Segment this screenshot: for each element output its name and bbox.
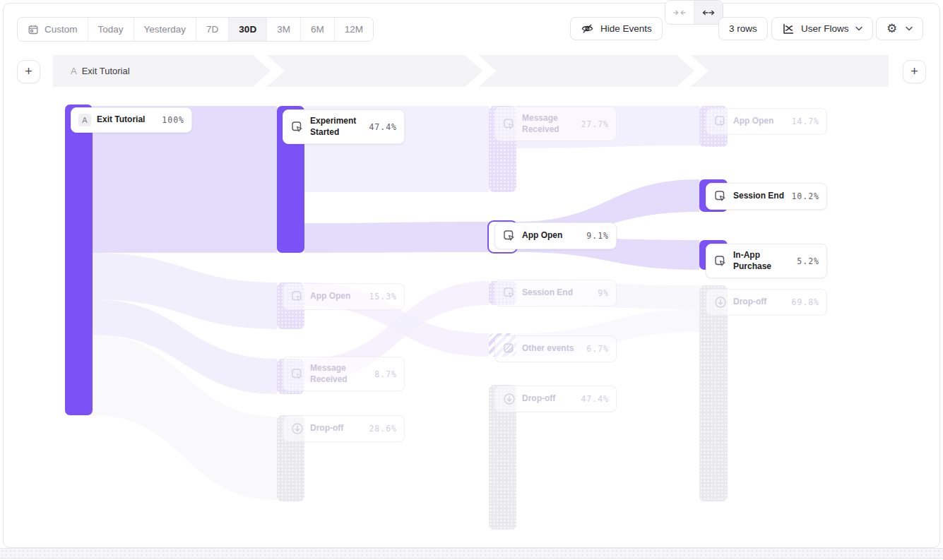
event-icon	[713, 114, 728, 129]
event-card-in-app-purchase-4[interactable]: In-App Purchase 5.2%	[706, 244, 827, 278]
flow-bar-exit-tutorial[interactable]	[65, 105, 93, 415]
event-label: Drop-off	[522, 393, 575, 405]
flow-bar-dropoff-4[interactable]	[699, 285, 728, 501]
view-selector-button[interactable]: User Flows	[771, 17, 873, 40]
chevron-down-icon	[855, 26, 862, 31]
event-percent: 69.8%	[791, 297, 819, 307]
event-card-message-received-2[interactable]: Message Received 8.7%	[283, 357, 405, 391]
eye-off-icon	[581, 22, 594, 35]
range-today[interactable]: Today	[88, 18, 134, 41]
rows-label: 3 rows	[729, 23, 757, 34]
event-percent: 6.7%	[586, 344, 609, 354]
range-label: 12M	[345, 24, 363, 35]
event-label: App Open	[310, 291, 363, 302]
event-label: Drop-off	[733, 297, 785, 308]
event-icon	[290, 367, 304, 381]
event-icon	[502, 229, 516, 243]
toolbar: Custom Today Yesterday 7D 30D 3M 6M 12M …	[0, 0, 943, 45]
range-custom[interactable]: Custom	[18, 18, 88, 41]
range-label: 6M	[311, 24, 324, 35]
other-events-icon	[502, 342, 516, 356]
arrows-inward-icon	[673, 8, 686, 17]
event-card-experiment-started[interactable]: Experiment Started 47.4%	[283, 109, 405, 144]
dropoff-icon	[290, 422, 304, 436]
event-card-session-end-4[interactable]: Session End 10.2%	[706, 183, 827, 210]
plus-icon: +	[25, 64, 32, 79]
gear-icon: ⚙	[886, 23, 897, 35]
collapse-columns-button[interactable]	[665, 1, 694, 24]
event-label: Drop-off	[310, 423, 363, 434]
user-flows-page: Custom Today Yesterday 7D 30D 3M 6M 12M …	[0, 0, 943, 560]
event-label: Message Received	[310, 363, 369, 385]
dropoff-card-4[interactable]: Drop-off 69.8%	[706, 289, 827, 316]
event-icon	[713, 189, 728, 203]
event-card-exit-tutorial[interactable]: A Exit Tutorial 100%	[71, 107, 192, 133]
event-icon	[290, 290, 304, 304]
event-label: Experiment Started	[310, 116, 363, 138]
event-card-app-open-2[interactable]: App Open 15.3%	[283, 283, 405, 310]
event-card-other-events-3[interactable]: Other events 6.7%	[494, 335, 617, 362]
view-selector-label: User Flows	[801, 23, 849, 34]
event-percent: 27.7%	[581, 119, 609, 129]
event-label: App Open	[733, 116, 785, 127]
range-yesterday[interactable]: Yesterday	[134, 18, 196, 41]
event-card-session-end-3[interactable]: Session End 9%	[494, 280, 617, 306]
event-icon	[502, 286, 516, 300]
date-range-group: Custom Today Yesterday 7D 30D 3M 6M 12M	[17, 17, 374, 42]
event-percent: 100%	[162, 115, 184, 125]
range-label: Today	[98, 24, 124, 35]
range-7d[interactable]: 7D	[196, 18, 228, 41]
event-label: Other events	[522, 343, 581, 355]
event-percent: 47.4%	[369, 122, 397, 132]
spacing-toggle-group	[665, 0, 723, 25]
start-event-header[interactable]: A Exit Tutorial	[71, 55, 130, 87]
range-12m[interactable]: 12M	[334, 18, 373, 41]
range-label: 7D	[206, 24, 218, 35]
event-label: App Open	[522, 230, 581, 242]
range-6m[interactable]: 6M	[300, 18, 334, 41]
add-step-right-button[interactable]: +	[903, 60, 926, 83]
event-label: Session End	[733, 191, 785, 202]
add-step-left-button[interactable]: +	[17, 60, 40, 83]
dropoff-card-3[interactable]: Drop-off 47.4%	[494, 386, 617, 412]
event-percent: 8.7%	[374, 369, 397, 379]
event-label: Message Received	[522, 113, 575, 135]
rows-button[interactable]: 3 rows	[718, 17, 768, 40]
calendar-icon	[28, 24, 39, 35]
event-card-app-open-3[interactable]: App Open 9.1%	[494, 222, 617, 249]
event-label: Exit Tutorial	[97, 114, 156, 126]
event-percent: 10.2%	[791, 191, 819, 201]
user-flows-chart-icon	[782, 23, 795, 35]
event-icon	[290, 120, 304, 134]
event-percent: 5.2%	[797, 256, 819, 266]
start-event-title: Exit Tutorial	[82, 66, 130, 76]
start-event-badge: A	[71, 66, 77, 76]
event-percent: 28.6%	[369, 424, 397, 434]
step-chevron-separators	[53, 55, 889, 87]
link-experiment-to-appopen3	[304, 222, 489, 253]
event-icon	[713, 254, 728, 268]
bottom-scroll-strip[interactable]	[0, 548, 943, 559]
hide-events-button[interactable]: Hide Events	[570, 17, 663, 40]
dropoff-icon	[502, 392, 516, 406]
event-percent: 14.7%	[791, 117, 819, 126]
event-badge-a: A	[78, 114, 91, 126]
event-label: Session End	[522, 287, 592, 299]
event-card-message-received-3[interactable]: Message Received 27.7%	[494, 107, 617, 141]
arrows-outward-icon	[702, 8, 715, 17]
range-3m[interactable]: 3M	[266, 18, 300, 41]
range-label: 30D	[239, 24, 256, 35]
event-icon	[502, 117, 516, 131]
chevron-down-icon	[906, 26, 913, 31]
event-label: In-App Purchase	[733, 250, 791, 272]
event-percent: 9%	[598, 288, 609, 298]
dropoff-icon	[713, 295, 728, 309]
settings-button[interactable]: ⚙	[876, 17, 923, 40]
event-percent: 47.4%	[581, 394, 609, 404]
event-percent: 9.1%	[586, 231, 609, 241]
event-card-app-open-4[interactable]: App Open 14.7%	[706, 108, 827, 135]
plus-icon: +	[911, 64, 918, 79]
range-30d[interactable]: 30D	[228, 18, 266, 41]
dropoff-card-2[interactable]: Drop-off 28.6%	[283, 415, 405, 442]
range-label: Yesterday	[144, 24, 186, 35]
